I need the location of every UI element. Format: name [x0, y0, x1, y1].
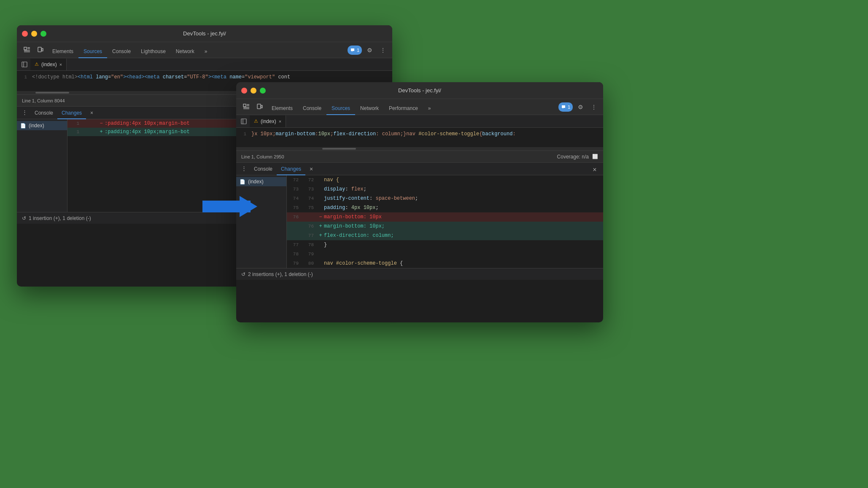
diff-row-74: 74 74 justify-content: space-between; — [287, 194, 603, 203]
device-icon-2[interactable] — [253, 100, 267, 114]
titlebar-1: DevTools - jec.fyi/ — [17, 25, 392, 42]
file-tabs-bar-2: ⚠ (index) × — [236, 115, 603, 128]
code-area-top-2: 1 }x 10px;margin-bottom:10px;flex-direct… — [236, 128, 603, 147]
close-button-1[interactable] — [22, 31, 28, 37]
code-line-1: 1 <!doctype html><html lang="en"><head><… — [17, 72, 392, 82]
inspect-icon[interactable] — [20, 43, 34, 57]
diff-row-77-plus: 77 + flex-direction: column; — [287, 231, 603, 240]
summary-2: 2 insertions (+), 1 deletion (-) — [248, 271, 313, 277]
drawer-tab-changes-2[interactable]: Changes — [277, 164, 305, 175]
diff-row-73: 73 73 display: flex; — [287, 185, 603, 194]
file-icon-1: 📄 — [20, 123, 26, 129]
coverage-icon[interactable]: ⬜ — [592, 154, 598, 159]
chat-badge-1[interactable]: 1 — [348, 46, 362, 55]
inspect-icon-2[interactable] — [240, 100, 253, 114]
svg-rect-1 — [38, 47, 41, 52]
close-button-2[interactable] — [241, 88, 247, 94]
drawer-tabs-2: ⋮ Console Changes × × — [236, 163, 603, 175]
drawer-close-btn-2[interactable]: × — [590, 165, 600, 175]
more-icon-2[interactable]: ⋮ — [588, 101, 600, 113]
status-text-1: Line 1, Column 8044 — [22, 98, 65, 103]
tab-network-2[interactable]: Network — [355, 102, 384, 115]
tab-console-1[interactable]: Console — [107, 46, 136, 58]
settings-icon-1[interactable]: ⚙ — [364, 44, 375, 56]
scrollbar-thumb-1[interactable] — [35, 92, 69, 94]
diff-row-77-78: 77 78 } — [287, 240, 603, 249]
titlebar-2: DevTools - jec.fyi/ — [236, 82, 603, 99]
undo-icon-2[interactable]: ↺ — [241, 271, 245, 277]
file-tab-close-1[interactable]: × — [59, 62, 62, 67]
drawer-menu-icon-2[interactable]: ⋮ — [238, 162, 250, 174]
coverage-text: Coverage: n/a — [557, 154, 589, 160]
svg-rect-3 — [22, 62, 27, 67]
tab-elements-2[interactable]: Elements — [267, 102, 298, 115]
more-icon-1[interactable]: ⋮ — [377, 44, 389, 56]
diff-row-76-minus: 76 − margin-bottom: 10px — [287, 212, 603, 222]
file-tab-index-1[interactable]: ⚠ (index) × — [30, 59, 67, 70]
devtools-window-2: DevTools - jec.fyi/ Elements Console Sou… — [236, 82, 603, 322]
scrollbar-thumb-2[interactable] — [322, 148, 356, 150]
svg-rect-8 — [261, 105, 262, 108]
diff-row-75: 75 75 padding: 4px 10px; — [287, 203, 603, 212]
tab-performance-2[interactable]: Performance — [384, 102, 423, 115]
diff-row-79-80: 79 80 nav #color-scheme-toggle { — [287, 259, 603, 268]
file-tab-close-2[interactable]: × — [279, 119, 281, 124]
diff-row-78-79: 78 79 — [287, 249, 603, 259]
drawer-tab-close-label-2[interactable]: × — [305, 164, 317, 175]
diff-content-2: 72 72 nav { 73 73 display: flex; 7 — [287, 175, 603, 268]
sidebar-toggle-2[interactable] — [238, 115, 250, 127]
drawer-close-area: × — [590, 165, 601, 175]
undo-bar-2: ↺ 2 insertions (+), 1 deletion (-) — [236, 268, 603, 280]
drawer-tab-console-1[interactable]: Console — [30, 107, 57, 119]
status-bar-2: Line 1, Column 2950 Coverage: n/a ⬜ — [236, 150, 603, 162]
svg-rect-9 — [241, 119, 246, 124]
file-tab-index-2[interactable]: ⚠ (index) × — [250, 115, 286, 127]
traffic-lights-1 — [22, 31, 46, 37]
arrow-container — [202, 192, 257, 223]
warning-icon-1: ⚠ — [35, 62, 39, 67]
settings-icon-2[interactable]: ⚙ — [574, 101, 586, 113]
changes-panel-full: 📄 (index) 72 72 nav { 73 73 — [236, 175, 603, 268]
status-text-2: Line 1, Column 2950 — [241, 154, 284, 159]
window-title-2: DevTools - jec.fyi/ — [398, 87, 441, 94]
drawer-menu-icon-1[interactable]: ⋮ — [19, 106, 30, 118]
tab-network-1[interactable]: Network — [171, 46, 199, 58]
drawer-tab-console-2[interactable]: Console — [250, 164, 277, 175]
tabs-right-2: 1 ⚙ ⋮ — [558, 101, 600, 113]
traffic-lights-2 — [241, 88, 266, 94]
tabs-bar-2: Elements Console Sources Network Perform… — [236, 99, 603, 115]
tab-sources-1[interactable]: Sources — [78, 46, 107, 58]
drawer-tab-changes-1[interactable]: Changes — [57, 107, 86, 119]
file-tabs-bar-1: ⚠ (index) × — [17, 58, 392, 71]
minimize-button-1[interactable] — [31, 31, 37, 37]
device-icon[interactable] — [34, 43, 47, 57]
file-icon-2: 📄 — [240, 179, 245, 185]
sidebar-toggle-1[interactable] — [19, 59, 30, 70]
tab-more-1[interactable]: » — [199, 46, 213, 58]
changes-sidebar-1: 📄 (index) — [17, 119, 67, 212]
tab-more-2[interactable]: » — [423, 102, 436, 115]
warning-icon-2: ⚠ — [254, 118, 258, 124]
tab-elements-1[interactable]: Elements — [47, 46, 78, 58]
diff-row-76-plus: 76 + margin-bottom: 10px; — [287, 222, 603, 231]
minimize-button-2[interactable] — [251, 88, 256, 94]
maximize-button-2[interactable] — [260, 88, 266, 94]
changes-file-item-1[interactable]: 📄 (index) — [17, 121, 67, 130]
svg-rect-2 — [42, 48, 43, 51]
tab-lighthouse-1[interactable]: Lighthouse — [136, 46, 171, 58]
diff-row-72: 72 72 nav { — [287, 175, 603, 185]
tabs-right-1: 1 ⚙ ⋮ — [348, 44, 389, 56]
maximize-button-1[interactable] — [40, 31, 46, 37]
svg-rect-6 — [243, 104, 246, 107]
svg-rect-7 — [257, 104, 261, 109]
drawer-tab-close-label-1[interactable]: × — [86, 107, 97, 119]
window-title-1: DevTools - jec.fyi/ — [183, 30, 226, 37]
drawer-2: ⋮ Console Changes × × 📄 (index) — [236, 162, 603, 280]
tab-console-2[interactable]: Console — [298, 102, 326, 115]
undo-icon-1[interactable]: ↺ — [22, 215, 26, 221]
summary-1: 1 insertion (+), 1 deletion (-) — [29, 215, 91, 221]
chat-badge-2[interactable]: 1 — [558, 102, 573, 112]
tab-sources-2[interactable]: Sources — [326, 102, 355, 115]
changes-file-item-2[interactable]: 📄 (index) — [236, 177, 286, 186]
scrollbar-2[interactable] — [236, 147, 603, 150]
